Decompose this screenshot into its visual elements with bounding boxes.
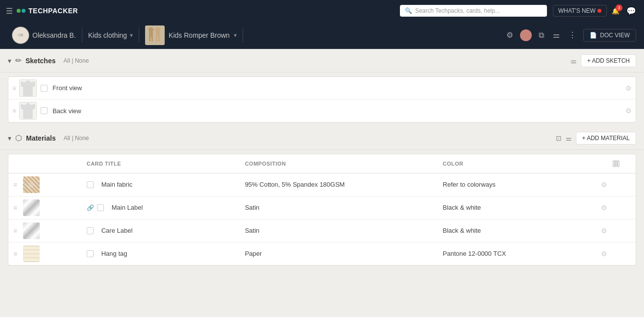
collection-name: Kids clothing [88, 31, 127, 39]
sketches-title: Sketches [25, 57, 55, 65]
notification-button[interactable]: 🔔 3 [612, 7, 619, 15]
materials-table: Card Title COMPOSITION COLOR [8, 154, 636, 265]
material-color-1: Black & white [438, 196, 596, 219]
material-gear-icon-0[interactable]: ⚙ [601, 181, 607, 189]
materials-title: Materials [26, 134, 56, 142]
product-name: Kids Romper Brown [169, 31, 230, 39]
material-comp-1: Satin [240, 196, 438, 219]
search-bar[interactable]: 🔍 Search Techpacks, cards, help... [400, 5, 547, 17]
material-checkbox-2[interactable] [87, 227, 94, 234]
sketch-thumbnail-front [19, 79, 37, 97]
product-thumbnail [145, 25, 165, 45]
svg-rect-2 [156, 37, 157, 41]
logo-dots [17, 9, 25, 13]
logo-area: TECHPACKER [17, 7, 78, 15]
breadcrumb-user[interactable]: OB Oleksandra B. [8, 24, 80, 46]
message-icon[interactable]: 💬 [624, 4, 638, 18]
sketch-label-front: Front view [52, 84, 625, 92]
materials-toggle[interactable]: ▾ [8, 134, 11, 142]
product-chevron-icon: ▾ [234, 32, 237, 39]
chevron-down-icon: ▾ [130, 32, 133, 39]
sketches-toggle[interactable]: ▾ [8, 57, 11, 65]
breadcrumb-right: ⚙ ⧉ ⚌ ⋮ 📄 DOC VIEW [504, 28, 636, 42]
materials-filter-none[interactable]: None [75, 135, 89, 142]
pencil-icon: ✏ [15, 56, 22, 65]
material-gear-icon-3[interactable]: ⚙ [601, 250, 607, 258]
material-comp-2: Satin [240, 219, 438, 242]
svg-rect-0 [149, 37, 150, 41]
sketches-header-left: ▾ ✏ Sketches All | None [8, 56, 570, 65]
material-thumb-cell-3: ≡ [8, 242, 82, 265]
logo-dot-teal [22, 9, 25, 13]
drag-handle-icon-back[interactable]: ≡ [12, 107, 16, 115]
breadcrumb-product[interactable]: Kids Romper Brown ▾ [141, 24, 241, 47]
material-row-3: ≡ Hang tag Paper Pantone 12-0000 TCX [8, 242, 636, 265]
col-thumb [8, 154, 82, 173]
drag-handle-mat-1[interactable]: ≡ [13, 204, 17, 212]
material-gear-icon-1[interactable]: ⚙ [601, 204, 607, 212]
doc-icon: 📄 [590, 32, 597, 39]
svg-point-10 [28, 182, 34, 188]
add-material-button[interactable]: + ADD MATERIAL [576, 132, 636, 145]
sketches-header: ▾ ✏ Sketches All | None ⚌ + ADD SKETCH [0, 49, 644, 73]
material-thumbnail-0 [23, 176, 40, 193]
settings-icon[interactable]: ⚙ [504, 28, 515, 42]
material-comp-3: Paper [240, 242, 438, 265]
sketch-checkbox-front[interactable] [41, 85, 48, 92]
breadcrumb-collection[interactable]: Kids clothing ▾ [84, 29, 137, 41]
material-label-cell-1: 🔗 Main Label [82, 196, 240, 219]
material-checkbox-0[interactable] [87, 181, 94, 188]
material-label-cell-3: Hang tag [82, 242, 240, 265]
drag-handle-mat-0[interactable]: ≡ [13, 181, 17, 189]
material-label-0: Main fabric [101, 181, 133, 188]
material-checkbox-3[interactable] [87, 250, 94, 257]
material-color-3: Pantone 12-0000 TCX [438, 242, 596, 265]
search-icon: 🔍 [405, 7, 412, 14]
link-icon-1[interactable]: 🔗 [87, 204, 94, 211]
materials-sort-icon[interactable]: ⚌ [566, 134, 572, 142]
cube-icon: ⬡ [15, 133, 22, 143]
material-label-3: Hang tag [101, 250, 127, 257]
materials-filter-all[interactable]: All [64, 135, 70, 142]
drag-handle-mat-3[interactable]: ≡ [13, 250, 17, 258]
logo-dot-green [17, 9, 21, 13]
sketches-sort-icon[interactable]: ⚌ [570, 57, 577, 65]
breadcrumb-divider-1 [82, 28, 82, 43]
sketch-settings-icon-front[interactable]: ⚙ [625, 84, 632, 92]
columns-icon[interactable] [601, 160, 631, 167]
sketches-filter-all[interactable]: All [63, 57, 70, 64]
more-icon[interactable]: ⋮ [567, 28, 578, 42]
materials-table-header: Card Title COMPOSITION COLOR [8, 154, 636, 173]
materials-header: ▾ ⬡ Materials All | None ⊡ ⚌ + ADD MATER… [0, 126, 644, 150]
material-row-0: ≡ [8, 173, 636, 196]
material-gear-icon-2[interactable]: ⚙ [601, 227, 607, 235]
materials-content: Card Title COMPOSITION COLOR [8, 154, 636, 266]
material-label-2: Care Label [101, 227, 133, 234]
drag-handle-icon[interactable]: ≡ [12, 84, 16, 92]
materials-section: ▾ ⬡ Materials All | None ⊡ ⚌ + ADD MATER… [0, 126, 644, 266]
doc-view-label: DOC VIEW [600, 32, 630, 39]
add-sketch-button[interactable]: + ADD SKETCH [581, 54, 636, 67]
doc-view-button[interactable]: 📄 DOC VIEW [583, 29, 636, 42]
material-thumbnail-2 [23, 222, 40, 239]
material-actions-2: ⚙ [596, 219, 636, 242]
materials-expand-icon[interactable]: ⊡ [556, 134, 562, 142]
hamburger-icon[interactable]: ☰ [6, 6, 13, 16]
user-avatar: OB [12, 26, 29, 44]
sketch-settings-icon-back[interactable]: ⚙ [625, 107, 632, 115]
sketch-checkbox-back[interactable] [41, 107, 48, 114]
whats-new-button[interactable]: WHAT'S NEW [553, 5, 607, 17]
filter-icon[interactable]: ⚌ [551, 28, 562, 42]
svg-rect-8 [618, 161, 619, 167]
sketches-filter-none[interactable]: None [75, 57, 89, 64]
top-nav-right: WHAT'S NEW 🔔 3 💬 [553, 4, 638, 18]
sketches-section: ▾ ✏ Sketches All | None ⚌ + ADD SKETCH ≡ [0, 49, 644, 122]
user-name: Oleksandra B. [32, 31, 76, 39]
breadcrumb-divider-3 [243, 28, 243, 43]
copy-icon[interactable]: ⧉ [537, 29, 546, 42]
svg-rect-7 [615, 161, 617, 167]
material-thumb-cell-2: ≡ [8, 219, 82, 242]
material-checkbox-1[interactable] [97, 204, 104, 211]
drag-handle-mat-2[interactable]: ≡ [13, 227, 17, 235]
color-swatch[interactable] [520, 29, 532, 41]
